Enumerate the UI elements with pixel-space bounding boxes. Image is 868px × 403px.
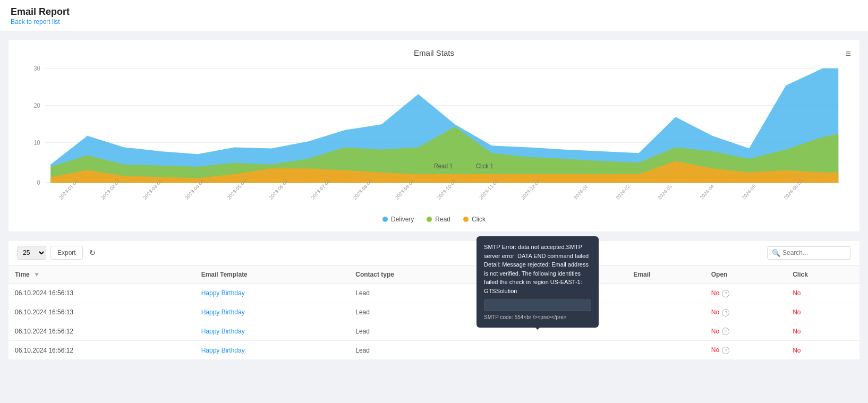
table-row: 06.10.2024 16:56:12 Happy Birthday Lead … (8, 322, 860, 341)
cell-open-2: No ? (705, 322, 786, 341)
legend-label-read: Read (435, 216, 450, 223)
cell-email-3 (627, 341, 704, 360)
chart-menu-icon[interactable]: ≡ (845, 48, 851, 59)
cell-contact-type-0: Lead (349, 284, 483, 303)
svg-text:2024-02: 2024-02 (615, 183, 631, 201)
cell-time-3: 06.10.2024 16:56:12 (8, 341, 195, 360)
table-row: 06.10.2024 16:56:13 Happy Birthday Lead … (8, 284, 860, 303)
data-table: Time ▼ Email Template Contact type Conta… (8, 265, 860, 360)
svg-text:0: 0 (37, 179, 40, 186)
svg-text:Click 1: Click 1 (476, 163, 493, 170)
cell-time-1: 06.10.2024 16:56:13 (8, 303, 195, 322)
cell-template-2: Happy Birthday (195, 322, 350, 341)
svg-text:2024-05: 2024-05 (741, 183, 757, 201)
cell-click-3: No (786, 341, 860, 360)
svg-text:Read 1: Read 1 (434, 163, 453, 170)
svg-text:20: 20 (33, 102, 40, 109)
cell-click-2: No (786, 322, 860, 341)
svg-text:30: 30 (33, 65, 40, 72)
legend-click: Click (463, 216, 486, 223)
search-wrapper: 🔍 (767, 246, 851, 260)
table-controls: 10 25 50 100 Export ↻ 🔍 (8, 240, 860, 265)
sort-icon-time: ▼ (33, 271, 40, 278)
table-row: 06.10.2024 16:56:13 Happy Birthday Lead … (8, 303, 860, 322)
open-help-icon-0[interactable]: ? (722, 290, 729, 297)
chart-svg: 30 20 10 0 2023-01-01 2023-02-01 2023-03… (19, 63, 849, 211)
svg-text:2024-04: 2024-04 (699, 183, 715, 201)
cell-click-0: No (786, 284, 860, 303)
cell-email-2 (627, 322, 704, 341)
tooltip-input[interactable] (484, 299, 591, 311)
chart-title: Email Stats (19, 48, 849, 57)
page-title: Email Report (11, 6, 857, 18)
search-input[interactable] (782, 249, 846, 256)
tooltip-message: SMTP Error: data not accepted.SMTP serve… (484, 243, 591, 295)
open-help-icon-3[interactable]: ? (722, 347, 729, 354)
chart-container: 30 20 10 0 2023-01-01 2023-02-01 2023-03… (19, 63, 849, 211)
cell-time-2: 06.10.2024 16:56:12 (8, 322, 195, 341)
page-header: Email Report Back to report list (0, 0, 868, 31)
cell-email-1 (627, 303, 704, 322)
cell-template-0: Happy Birthday (195, 284, 350, 303)
open-help-icon-2[interactable]: ? (722, 328, 729, 335)
col-email-template: Email Template (195, 265, 350, 284)
cell-contact-type-2: Lead (349, 322, 483, 341)
cell-click-1: No (786, 303, 860, 322)
table-row: 06.10.2024 16:56:12 Happy Birthday Lead … (8, 341, 860, 360)
legend-read: Read (427, 216, 450, 223)
search-icon: 🔍 (772, 249, 780, 257)
svg-text:2024-03: 2024-03 (657, 183, 673, 201)
col-email: Email (627, 265, 704, 284)
cell-open-3: No ? (705, 341, 786, 360)
legend-dot-click (463, 217, 469, 222)
refresh-button[interactable]: ↻ (87, 246, 98, 259)
cell-time-0: 06.10.2024 16:56:13 (8, 284, 195, 303)
col-contact-type: Contact type (349, 265, 483, 284)
cell-template-1: Happy Birthday (195, 303, 350, 322)
col-time[interactable]: Time ▼ (8, 265, 195, 284)
error-tooltip: SMTP Error: data not accepted.SMTP serve… (476, 236, 599, 328)
cell-open-0: No ? (705, 284, 786, 303)
legend-dot-read (427, 217, 432, 222)
cell-contact-name-3 (483, 341, 627, 360)
cell-contact-type-3: Lead (349, 341, 483, 360)
col-click: Click (786, 265, 860, 284)
cell-open-1: No ? (705, 303, 786, 322)
col-open: Open (705, 265, 786, 284)
cell-email-0 (627, 284, 704, 303)
per-page-select[interactable]: 10 25 50 100 (17, 246, 46, 260)
legend-label-delivery: Delivery (391, 216, 414, 223)
svg-text:2024-01: 2024-01 (573, 183, 589, 201)
legend-label-click: Click (472, 216, 486, 223)
svg-text:10: 10 (33, 140, 40, 147)
open-help-icon-1[interactable]: ? (722, 309, 729, 316)
legend-dot-delivery (382, 217, 388, 222)
legend-delivery: Delivery (382, 216, 414, 223)
table-header-row: Time ▼ Email Template Contact type Conta… (8, 265, 860, 284)
export-button[interactable]: Export (50, 246, 83, 260)
tooltip-code: SMTP code: 554<br /><pre></pre> (484, 313, 591, 321)
chart-legend: Delivery Read Click (19, 216, 849, 223)
back-to-list-link[interactable]: Back to report list (11, 18, 60, 25)
cell-template-3: Happy Birthday (195, 341, 350, 360)
cell-contact-type-1: Lead (349, 303, 483, 322)
chart-section: Email Stats ≡ 30 20 10 0 2023-01-01 2023… (8, 40, 860, 231)
